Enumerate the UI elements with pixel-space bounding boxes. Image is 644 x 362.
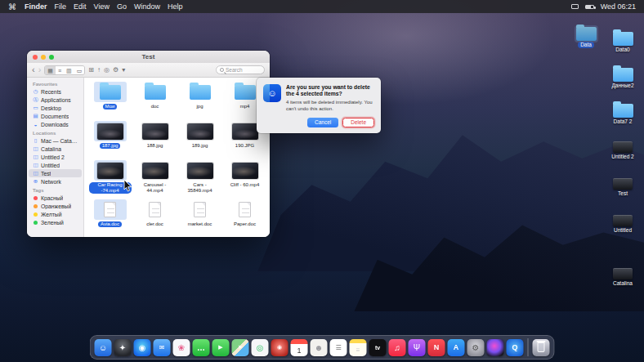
group-by-button[interactable]: ⊞ [88,66,94,74]
view-mode-segmented-control: ▦ ≡ ▥ ▭ [44,65,85,75]
image-thumbnail [232,123,258,140]
dock-icon-photo-booth[interactable]: ◉ [271,339,288,356]
minimize-button[interactable] [41,55,46,60]
file-label: 189.jpg [190,143,211,149]
sidebar-item-downloads[interactable]: ◒ Downloads [27,120,83,128]
dock-icon-contacts[interactable]: ☻ [311,339,328,356]
dock-icon-siri[interactable] [487,339,504,356]
sidebar-item-label: Оранжевый [41,203,71,209]
gallery-view-button[interactable]: ▭ [74,66,85,74]
tag-color-dot [34,196,38,200]
dock-icon-reminders[interactable]: ☰ [330,339,347,356]
menu-finder[interactable]: Finder [25,2,47,11]
dock-icon-find-my[interactable]: ◎ [252,339,269,356]
desktop-icon-dannye2[interactable]: Данные2 [604,65,642,89]
menu-file[interactable]: File [55,2,67,11]
dock-icon-photos[interactable]: ❀ [173,339,190,356]
video-thumbnail [142,163,168,179]
file-label: Cliff - 60.mp4 [228,182,262,188]
cancel-button[interactable]: Cancel [307,118,338,127]
dock-icon-music[interactable]: ♫ [389,339,406,356]
delete-button[interactable]: Delete [342,118,374,127]
dock-icon-system-preferences[interactable]: ⚙ [467,339,485,356]
zoom-button[interactable] [49,55,54,60]
file-item[interactable]: doc [132,80,177,109]
file-item[interactable]: 189.jpg [177,119,222,149]
dock-icon-calendar[interactable]: 1 [291,339,308,356]
menu-clock[interactable]: Wed 06:21 [601,2,636,11]
sidebar-item-mac-catalina[interactable]: ▯ Mac — Catalina [27,136,83,145]
apple-menu-icon[interactable]: ⌘ [8,2,16,11]
file-item[interactable]: Carousel - 44.mp4 [132,159,177,194]
file-item[interactable]: jpg [177,80,222,109]
desktop-icon-test[interactable]: Test [604,174,642,197]
file-item[interactable]: Cliff - 60.mp4 [222,159,267,188]
file-item[interactable]: Cars - 35849.mp4 [177,159,222,194]
window-titlebar[interactable]: Test [27,51,270,63]
sidebar-tag-red[interactable]: Красный [27,194,83,202]
menu-edit[interactable]: Edit [74,2,87,11]
sidebar-tag-orange[interactable]: Оранжевый [27,202,83,210]
file-item[interactable]: cler.doc [132,198,177,227]
close-button[interactable] [33,55,38,60]
dock-icon-facetime[interactable]: ▶ [212,339,230,356]
column-view-button[interactable]: ▥ [64,66,74,74]
file-item[interactable]: market.doc [177,198,222,227]
file-item[interactable]: 188.jpg [132,119,177,149]
desktop-icon-label: Test [615,190,630,197]
desktop-icon-untitled[interactable]: Untitled [604,211,642,234]
sidebar-item-network[interactable]: ⊕ Network [27,177,83,185]
list-view-button[interactable]: ≡ [56,66,64,74]
desktop-icon-data[interactable]: Data [567,25,605,48]
forward-button[interactable]: › [38,65,42,74]
sidebar-item-desktop[interactable]: ▭ Desktop [27,104,83,112]
menu-help[interactable]: Help [168,2,183,11]
desktop-icon-data7-2[interactable]: Data7 2 [604,101,642,125]
desktop-icon-untitled-2[interactable]: Untitled 2 [604,137,642,160]
sidebar-tag-green[interactable]: Зеленый [27,218,83,226]
sidebar-item-test[interactable]: ◫ Test [29,169,82,177]
search-input[interactable]: Search [216,65,265,74]
sidebar-item-documents[interactable]: ▤ Documents [27,112,83,120]
file-item[interactable]: Мои [87,80,132,109]
file-item[interactable]: Paper.doc [222,198,267,227]
search-placeholder: Search [226,67,243,73]
back-button[interactable]: ‹ [32,65,35,74]
icon-view-button[interactable]: ▦ [45,66,56,74]
sidebar-item-applications[interactable]: Ⓐ Applications [27,96,83,104]
desktop-icon-data0[interactable]: Data0 [604,29,642,53]
dock-icon-news[interactable]: N [428,339,445,356]
dock-icon-mail[interactable]: ✉ [154,339,171,356]
desktop-icon-catalina[interactable]: Catalina [604,264,642,287]
battery-icon[interactable] [585,5,594,9]
dock-icon-notes[interactable]: ≡ [350,339,367,356]
sidebar-item-untitled[interactable]: ◫ Untitled [27,161,83,169]
dock-icon-launchpad[interactable]: ✦ [114,339,132,356]
dock-icon-quicktime[interactable]: Q [507,339,524,356]
sidebar-tag-yellow[interactable]: Желтый [27,210,83,218]
file-item[interactable]: Avia.doc [87,198,132,227]
action-gear-button[interactable]: ⚙ [113,66,119,74]
sidebar-section-title: Tags [27,185,83,194]
sidebar-item-label: Applications [41,97,71,103]
dialog-message: 4 items will be deleted immediately. You… [286,100,374,113]
dock-icon-safari[interactable]: ◉ [134,339,151,356]
tags-button[interactable]: ◎ [104,66,110,74]
display-status-icon[interactable] [571,4,579,9]
dock-trash[interactable] [533,339,550,356]
sidebar-item-recents[interactable]: ◷ Recents [27,87,83,96]
dock-icon-app-store[interactable]: A [448,339,465,356]
dock-icon-messages[interactable]: … [193,339,210,356]
sidebar-item-untitled-2[interactable]: ◫ Untitled 2 [27,153,83,161]
dock-icon-finder[interactable]: ☺ [95,339,112,356]
dock-icon-podcasts[interactable]: Ψ [409,339,426,356]
share-button[interactable]: ↑ [97,66,101,74]
menu-view[interactable]: View [94,2,110,11]
drive-icon [613,141,633,153]
dock-icon-tv[interactable]: tv [369,339,387,356]
menu-window[interactable]: Window [134,2,160,11]
menu-go[interactable]: Go [117,2,127,11]
file-item[interactable]: 187.jpg [87,119,132,149]
dock-icon-maps[interactable]: ➤ [232,339,249,356]
sidebar-item-catalina[interactable]: ◫ Catalina [27,145,83,153]
